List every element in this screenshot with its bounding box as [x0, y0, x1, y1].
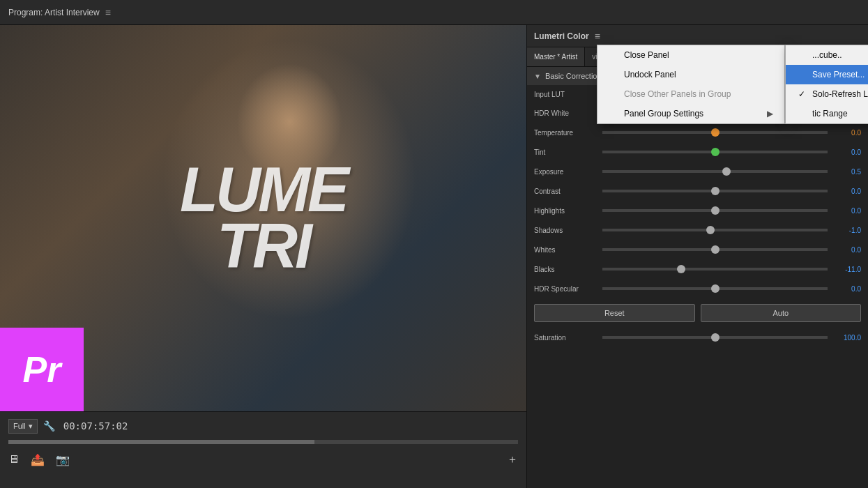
- resolution-chevron: ▾: [29, 422, 33, 431]
- top-bar: Program: Artist Interview ≡: [0, 0, 868, 25]
- blacks-track[interactable]: [602, 268, 828, 270]
- settings-icon[interactable]: 🔧: [43, 420, 55, 432]
- tab-master[interactable]: Master * Artist: [527, 47, 585, 66]
- hdr-white-label: HDR White: [534, 109, 597, 117]
- solo-refresh-label: Solo-Refresh LUT / Lo...: [812, 89, 868, 99]
- monitor-icon[interactable]: 🖥: [8, 453, 20, 466]
- contrast-label: Contrast: [534, 188, 597, 195]
- whites-track[interactable]: [602, 248, 828, 251]
- program-title: Program: Artist Interview: [8, 8, 100, 17]
- saturation-value: 100.0: [833, 334, 861, 342]
- tint-thumb[interactable]: [711, 148, 719, 156]
- shadows-row: Shadows -1.0: [527, 220, 868, 240]
- shadows-track[interactable]: [602, 229, 828, 231]
- lumetri-panel: Lumetri Color ≡ Master * Artist view ▼ B…: [526, 25, 868, 488]
- add-icon[interactable]: ＋: [507, 452, 518, 467]
- undock-panel-label: Undock Panel: [624, 70, 676, 79]
- tab-master-label: Master * Artist: [534, 53, 577, 61]
- tint-track[interactable]: [602, 151, 828, 153]
- contrast-value: 0.0: [833, 188, 861, 195]
- close-others-label: Close Other Panels in Group: [624, 89, 731, 99]
- timeline-bar[interactable]: [8, 440, 518, 444]
- lumetri-title: Lumetri Color: [534, 31, 589, 41]
- context-menu: Close Panel Undock Panel Close Other Pan…: [597, 45, 785, 124]
- program-menu-icon[interactable]: ≡: [105, 7, 111, 18]
- lumetri-menu-icon[interactable]: ≡: [595, 31, 600, 42]
- blacks-thumb[interactable]: [677, 265, 685, 273]
- shadows-thumb[interactable]: [706, 226, 715, 234]
- context-menu-item-undock-panel[interactable]: Undock Panel: [597, 65, 784, 84]
- panel-group-label: Panel Group Settings: [624, 109, 703, 119]
- reset-button[interactable]: Reset: [534, 304, 695, 322]
- hdr-specular-thumb[interactable]: [711, 284, 719, 293]
- controls-row2: 🖥 📤 📷 ＋: [0, 444, 526, 475]
- video-area: LUMETRI Pr: [0, 25, 526, 411]
- shadows-value: -1.0: [833, 227, 861, 234]
- temperature-track[interactable]: [602, 131, 828, 134]
- input-lut-label: Input LUT: [534, 91, 597, 98]
- contrast-track[interactable]: [602, 190, 828, 192]
- solo-refresh-check: ✓: [797, 89, 807, 99]
- cube-label: ...cube..: [812, 50, 842, 60]
- whites-row: Whites 0.0: [527, 240, 868, 259]
- hdr-specular-track[interactable]: [602, 287, 828, 290]
- section-chevron-icon: ▼: [534, 73, 541, 80]
- export-icon[interactable]: 📤: [31, 453, 45, 466]
- sub-menu-item-save-preset[interactable]: Save Preset...: [786, 65, 868, 84]
- auto-button[interactable]: Auto: [701, 304, 862, 322]
- saturation-thumb[interactable]: [711, 333, 719, 342]
- temperature-label: Temperature: [534, 129, 597, 137]
- whites-thumb[interactable]: [711, 245, 719, 254]
- exposure-value: 0.5: [833, 168, 861, 176]
- saturation-track[interactable]: [602, 336, 828, 339]
- sub-context-menu: ...cube.. Save Preset... ✓ Solo-Refresh …: [785, 45, 868, 124]
- tic-range-label: tic Range: [812, 109, 848, 119]
- basic-correction-label: Basic Correction: [545, 72, 602, 80]
- contrast-thumb[interactable]: [711, 187, 719, 195]
- adobe-logo-letters: Pr: [23, 349, 61, 390]
- timeline-fill: [8, 440, 314, 444]
- exposure-track[interactable]: [602, 170, 828, 173]
- highlights-label: Highlights: [534, 207, 597, 215]
- whites-value: 0.0: [833, 246, 861, 254]
- video-panel: LUMETRI Pr Full ▾ 🔧 00:07:57:02 🖥: [0, 25, 526, 488]
- sub-menu-item-tic-range[interactable]: tic Range: [786, 104, 868, 123]
- sub-menu-item-cube[interactable]: ...cube..: [786, 45, 868, 65]
- sub-menu-item-solo-refresh[interactable]: ✓ Solo-Refresh LUT / Lo...: [786, 84, 868, 104]
- controls-row1: Full ▾ 🔧 00:07:57:02: [0, 412, 526, 440]
- resolution-dropdown[interactable]: Full ▾: [8, 419, 38, 434]
- context-menu-item-close-others[interactable]: Close Other Panels in Group: [597, 84, 784, 104]
- context-menu-item-panel-group-settings[interactable]: Panel Group Settings ▶: [597, 104, 784, 123]
- highlights-value: 0.0: [833, 207, 861, 215]
- highlights-thumb[interactable]: [711, 206, 719, 215]
- temperature-thumb[interactable]: [711, 128, 719, 137]
- tint-row: Tint 0.0: [527, 142, 868, 162]
- exposure-row: Exposure 0.5: [527, 162, 868, 181]
- blacks-row: Blacks -11.0: [527, 259, 868, 279]
- timecode-display: 00:07:57:02: [63, 420, 128, 432]
- adobe-logo: Pr: [0, 328, 84, 411]
- hdr-specular-value: 0.0: [833, 285, 861, 293]
- tint-label: Tint: [534, 148, 597, 156]
- panel-group-arrow: ▶: [767, 109, 773, 119]
- reset-auto-row: Reset Auto: [527, 298, 868, 328]
- exposure-thumb[interactable]: [722, 167, 731, 176]
- resolution-value: Full: [13, 422, 26, 430]
- saturation-row: Saturation 100.0: [527, 328, 868, 347]
- temperature-value: 0.0: [833, 129, 861, 137]
- shadows-label: Shadows: [534, 227, 597, 234]
- save-preset-label: Save Preset...: [812, 70, 865, 79]
- tint-value: 0.0: [833, 148, 861, 156]
- blacks-value: -11.0: [833, 266, 861, 273]
- highlights-track[interactable]: [602, 209, 828, 212]
- temperature-row: Temperature 0.0: [527, 123, 868, 142]
- lumetri-body[interactable]: ▼ Basic Correction ✓ Input LUT None ▾ HD…: [527, 67, 868, 488]
- context-menu-item-close-panel[interactable]: Close Panel: [597, 45, 784, 65]
- video-controls: Full ▾ 🔧 00:07:57:02 🖥 📤 📷 ＋: [0, 411, 526, 488]
- hdr-specular-row: HDR Specular 0.0: [527, 279, 868, 298]
- saturation-label: Saturation: [534, 334, 597, 342]
- highlights-row: Highlights 0.0: [527, 201, 868, 220]
- whites-label: Whites: [534, 246, 597, 254]
- camera-icon[interactable]: 📷: [56, 453, 70, 466]
- blacks-label: Blacks: [534, 266, 597, 273]
